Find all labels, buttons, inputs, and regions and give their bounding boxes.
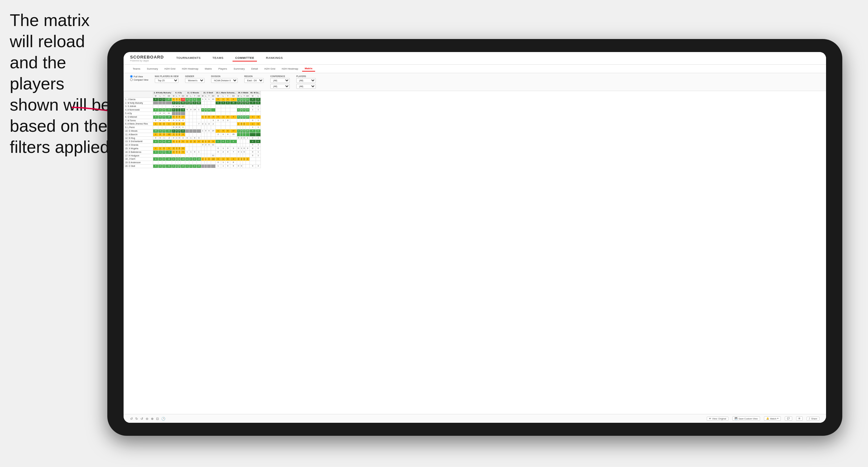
cell: 0 — [215, 101, 221, 105]
cell — [162, 126, 166, 129]
table-row: 16. D Ballesteros 3 1 0 -5 2 0 1 3 1 1 0… — [124, 150, 261, 154]
division-select[interactable]: NCAA Division II — [211, 78, 238, 83]
save-custom-button[interactable]: 💾 Save Custom View — [733, 416, 760, 421]
cell: 2 — [189, 140, 193, 144]
cell — [204, 164, 207, 168]
cell: 1 — [172, 122, 175, 126]
cell: 1 — [204, 157, 207, 161]
cell — [189, 133, 193, 136]
conference-select2[interactable]: (All) — [270, 84, 290, 89]
subnav-summary2[interactable]: Summary — [231, 66, 247, 71]
cell: 0 — [162, 112, 166, 115]
cell: 0 — [172, 101, 175, 105]
cell: 0 — [178, 101, 181, 105]
watch-icon: 🔔 — [766, 417, 769, 420]
matrix-container[interactable]: 2. M Kelly Mulcahy 6. A Dy 11. G Woods 2… — [124, 91, 826, 414]
table-row: 19. E Andersson — [124, 161, 261, 164]
cell: 0 — [221, 140, 225, 144]
cell — [230, 144, 237, 147]
cell: 1 — [175, 140, 178, 144]
watch-button[interactable]: 🔔 Watch ▾ — [764, 416, 781, 421]
comment-button[interactable]: 💬 — [785, 416, 792, 421]
cell: 0 — [240, 122, 243, 126]
players-select2[interactable]: (All) — [296, 84, 316, 89]
cell — [181, 112, 185, 115]
cell — [185, 126, 189, 129]
cell — [230, 154, 237, 157]
nav-tournaments[interactable]: TOURNAMENTS — [174, 55, 203, 61]
zoom-out-icon[interactable]: ⊖ — [146, 417, 148, 421]
cell: 13 — [246, 108, 249, 112]
zoom-in-icon[interactable]: ⊕ — [151, 417, 154, 421]
cell — [225, 126, 230, 129]
subnav-teams[interactable]: Teams — [130, 66, 143, 71]
grid-button[interactable]: ⊞ — [796, 416, 803, 421]
cell: 1 — [175, 119, 178, 122]
reset-icon[interactable]: ↺ — [141, 417, 143, 421]
cell: 19 — [166, 157, 172, 161]
cell: 0 — [178, 105, 181, 108]
cell: 4 — [221, 129, 225, 133]
full-view-option[interactable]: Full View — [130, 75, 148, 78]
subnav-h2h-heatmap2[interactable]: H2H Heatmap — [279, 66, 301, 71]
subnav-matrix[interactable]: Matrix — [202, 66, 215, 71]
clock-icon[interactable]: 🕐 — [161, 417, 165, 421]
compact-view-option[interactable]: Compact View — [130, 79, 148, 81]
cell — [237, 140, 240, 144]
cell: 0 — [237, 164, 240, 168]
nav-teams[interactable]: TEAMS — [210, 55, 226, 61]
cell — [207, 150, 211, 154]
cell: 4 — [221, 101, 225, 105]
cell: 4 — [153, 164, 158, 168]
cell: 1 — [256, 105, 260, 108]
cell — [207, 147, 211, 150]
cell: 1 — [204, 98, 207, 101]
nav-rankings[interactable]: RANKINGS — [264, 55, 285, 61]
player-name: 11. A Bianchi — [124, 133, 153, 136]
subnav-summary[interactable]: Summary — [145, 66, 161, 71]
subnav-players[interactable]: Players — [216, 66, 230, 71]
undo-icon[interactable]: ↺ — [130, 417, 133, 421]
cell: 3 — [153, 108, 158, 112]
cell: 10 — [211, 98, 215, 101]
cell — [237, 133, 240, 136]
sub-w-2: W — [172, 95, 175, 98]
sub-l-2: L — [175, 95, 178, 98]
cell: 1 — [189, 164, 193, 168]
max-players-select[interactable]: Top 25 — [155, 78, 179, 83]
sub-w-1: W — [153, 95, 158, 98]
cell: 0 — [193, 98, 197, 101]
cell — [189, 115, 193, 119]
subnav-matrix2[interactable]: Matrix — [302, 66, 315, 71]
subnav-h2h-grid[interactable]: H2H Grid — [162, 66, 178, 71]
table-row: 18. J Kanh 3 1 0 19 4 0 0 -20 13 0 0 -35… — [124, 157, 261, 161]
subnav-detail[interactable]: Detail — [249, 66, 260, 71]
cell: 0 — [178, 157, 181, 161]
cell: 0 — [178, 133, 181, 136]
cell — [158, 126, 162, 129]
cell: 1 — [201, 115, 204, 119]
cell — [243, 112, 246, 115]
share-button[interactable]: ⤴ Share — [807, 416, 819, 421]
view-original-button[interactable]: 👁 View: Original — [707, 416, 728, 421]
subnav-h2h-heatmap[interactable]: H2H Heatmap — [179, 66, 201, 71]
subnav-h2h-grid2[interactable]: H2H Grid — [262, 66, 278, 71]
cell — [221, 112, 225, 115]
gender-select[interactable]: Women's — [185, 78, 205, 83]
zoom-reset-icon[interactable]: ⊡ — [156, 417, 159, 421]
cell: 0 — [178, 119, 181, 122]
cell: 25 — [207, 108, 211, 112]
region-select[interactable]: East - DII — [244, 78, 264, 83]
conference-select[interactable]: (All) — [270, 78, 290, 83]
nav-committee[interactable]: COMMITTEE — [232, 55, 257, 61]
cell — [201, 161, 204, 164]
cell: 3 — [172, 98, 175, 101]
cell — [185, 161, 189, 164]
sub-l-4: L — [204, 95, 207, 98]
redo-icon[interactable]: ↻ — [135, 417, 138, 421]
cell: 2 — [153, 133, 158, 136]
cell: 0 — [193, 136, 197, 140]
cell: 3 — [197, 136, 201, 140]
cell: 0 — [237, 115, 240, 119]
players-select[interactable]: (All) — [296, 78, 316, 83]
